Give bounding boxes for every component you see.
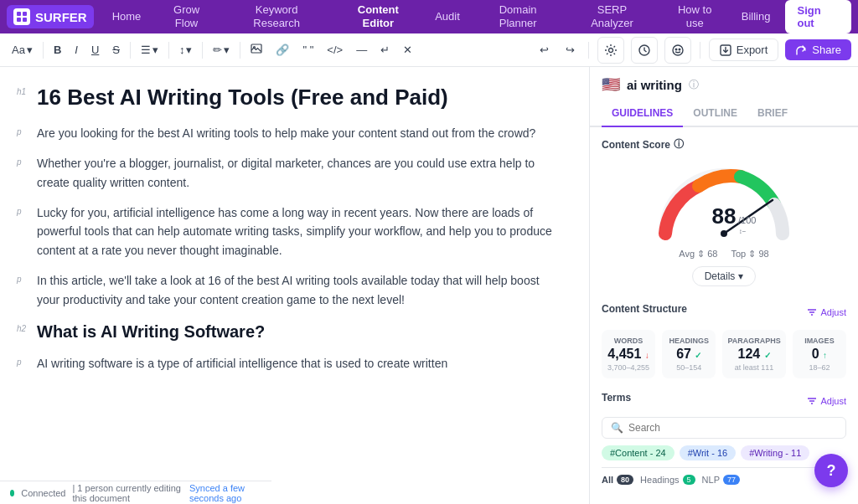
toolbar-divider-5 bbox=[240, 42, 240, 59]
logo[interactable]: SURFER bbox=[7, 5, 94, 28]
score-info-icon[interactable]: ⓘ bbox=[674, 137, 684, 152]
tab-outline[interactable]: OUTLINE bbox=[683, 100, 747, 127]
panel-header: 🇺🇸 ai writing ⓘ bbox=[590, 67, 858, 100]
nav-item-keyword-research[interactable]: Keyword Research bbox=[224, 0, 330, 33]
keyword-title: ai writing bbox=[627, 78, 682, 92]
svg-text:88: 88 bbox=[712, 203, 737, 229]
hr-button[interactable]: — bbox=[351, 40, 372, 59]
underline-button[interactable]: U bbox=[86, 40, 104, 59]
font-size-button[interactable]: Aa ▾ bbox=[7, 40, 38, 59]
svg-text:↕−: ↕− bbox=[739, 228, 747, 235]
filter-nlp[interactable]: NLP 77 bbox=[702, 475, 740, 485]
para5[interactable]: AI writing software is a type of artific… bbox=[37, 354, 447, 373]
stat-words: WORDS 4,451 ↓ 3,700–4,255 bbox=[602, 330, 655, 378]
help-button[interactable]: ? bbox=[814, 454, 848, 487]
svg-point-13 bbox=[721, 230, 727, 237]
spacing-icon: ↕ bbox=[179, 44, 185, 56]
tab-brief[interactable]: BRIEF bbox=[747, 100, 798, 127]
tab-guidelines[interactable]: GUIDELINES bbox=[602, 100, 683, 127]
stats-grid: WORDS 4,451 ↓ 3,700–4,255 HEADINGS 67 ✓ … bbox=[602, 330, 846, 378]
svg-rect-2 bbox=[17, 18, 21, 22]
nav-item-audit[interactable]: Audit bbox=[426, 7, 468, 27]
undo-icon: ↩ bbox=[540, 44, 549, 56]
structure-header: Content Structure Adjust bbox=[602, 303, 846, 321]
p1-label: p bbox=[17, 127, 30, 136]
p2-label: p bbox=[17, 157, 30, 167]
connected-indicator bbox=[10, 490, 14, 496]
structure-adjust-button[interactable]: Adjust bbox=[807, 307, 846, 317]
nav-item-how-to-use[interactable]: How to use bbox=[660, 0, 730, 33]
avg-label: Avg ⇕ 68 bbox=[679, 249, 717, 260]
para4[interactable]: In this article, we'll take a look at 16… bbox=[37, 271, 556, 309]
tag-writ[interactable]: #Writ - 16 bbox=[680, 445, 736, 460]
emoji-button[interactable] bbox=[664, 37, 691, 64]
terms-search-box[interactable]: 🔍 bbox=[602, 417, 846, 439]
image-button[interactable] bbox=[246, 39, 267, 60]
document-h1[interactable]: 16 Best AI Writing Tools (Free and Paid) bbox=[37, 84, 448, 112]
strikethrough-button[interactable]: S bbox=[107, 40, 125, 59]
terms-search-input[interactable] bbox=[628, 422, 837, 434]
logo-text: SURFER bbox=[35, 10, 87, 24]
toolbar-divider-1 bbox=[43, 42, 44, 59]
sign-out-button[interactable]: Sign out bbox=[785, 0, 851, 33]
undo-button[interactable]: ↩ bbox=[535, 40, 554, 59]
settings-button[interactable] bbox=[597, 37, 624, 64]
panel-tabs: GUIDELINES OUTLINE BRIEF bbox=[590, 100, 858, 127]
stat-headings: HEADINGS 67 ✓ 50–154 bbox=[662, 330, 716, 378]
score-meta: Avg ⇕ 68 Top ⇕ 98 bbox=[602, 249, 846, 260]
indent-button[interactable]: ↵ bbox=[375, 40, 395, 59]
toolbar-divider-2 bbox=[130, 42, 131, 59]
italic-button[interactable]: I bbox=[70, 40, 83, 59]
filter-headings[interactable]: Headings 5 bbox=[640, 475, 695, 485]
editing-text: | 1 person currently editing this docume… bbox=[72, 483, 183, 503]
clear-format-button[interactable]: ✕ bbox=[398, 40, 417, 59]
nav-item-domain-planner[interactable]: Domain Planner bbox=[472, 0, 565, 33]
align-chevron: ▾ bbox=[152, 44, 158, 56]
editor-area[interactable]: h1 16 Best AI Writing Tools (Free and Pa… bbox=[0, 67, 590, 504]
terms-title: Terms bbox=[602, 392, 631, 404]
clock-button[interactable] bbox=[631, 37, 658, 64]
code-button[interactable]: </> bbox=[322, 40, 348, 59]
filter-nlp-count: 77 bbox=[723, 475, 740, 485]
spacing-button[interactable]: ↕ ▾ bbox=[174, 40, 198, 59]
filter-all[interactable]: All 80 bbox=[602, 475, 633, 485]
svg-point-8 bbox=[673, 45, 683, 55]
nav-item-grow-flow[interactable]: Grow Flow bbox=[152, 0, 220, 33]
heading1-row: h1 16 Best AI Writing Tools (Free and Pa… bbox=[17, 84, 556, 112]
top-label: Top ⇕ 98 bbox=[731, 249, 769, 260]
para5-row: p AI writing software is a type of artif… bbox=[17, 354, 556, 373]
info-icon[interactable]: ⓘ bbox=[689, 78, 699, 92]
terms-adjust-button[interactable]: Adjust bbox=[807, 396, 846, 406]
redo-button[interactable]: ↪ bbox=[561, 40, 580, 59]
align-button[interactable]: ☰ ▾ bbox=[136, 40, 163, 59]
link-button[interactable]: 🔗 bbox=[271, 40, 294, 59]
p3-label: p bbox=[17, 207, 30, 216]
score-section: Content Score ⓘ bbox=[590, 127, 858, 296]
share-button[interactable]: Share bbox=[785, 39, 851, 60]
heading2-row: h2 What is AI Writing Software? bbox=[17, 321, 556, 342]
svg-text:/100: /100 bbox=[738, 215, 756, 225]
stat-paragraphs: PARAGRAPHS 124 ✓ at least 111 bbox=[722, 330, 785, 378]
nav-item-home[interactable]: Home bbox=[104, 7, 150, 27]
p4-label: p bbox=[17, 275, 30, 284]
tag-content[interactable]: #Content - 24 bbox=[602, 445, 675, 460]
nav-item-billing[interactable]: Billing bbox=[733, 7, 779, 27]
svg-rect-1 bbox=[23, 12, 27, 16]
details-button[interactable]: Details ▾ bbox=[692, 266, 757, 286]
tag-writing[interactable]: #Writing - 11 bbox=[741, 445, 809, 460]
highlight-button[interactable]: ✏ ▾ bbox=[208, 40, 235, 59]
toolbar: Aa ▾ B I U S ☰ ▾ ↕ ▾ ✏ ▾ 🔗 " " </> bbox=[0, 33, 858, 67]
align-icon: ☰ bbox=[141, 44, 151, 56]
nav-item-serp-analyzer[interactable]: SERP Analyzer bbox=[567, 0, 656, 33]
quote-button[interactable]: " " bbox=[297, 40, 318, 59]
export-button[interactable]: Export bbox=[709, 39, 779, 61]
para3[interactable]: Lucky for you, artificial intelligence h… bbox=[37, 203, 556, 260]
bold-button[interactable]: B bbox=[49, 40, 66, 59]
status-bar: Connected | 1 person currently editing t… bbox=[0, 481, 271, 504]
nav-item-content-editor[interactable]: Content Editor bbox=[333, 0, 423, 33]
redo-icon: ↪ bbox=[566, 44, 575, 56]
search-icon: 🔍 bbox=[611, 422, 623, 434]
para1[interactable]: Are you looking for the best AI writing … bbox=[37, 124, 535, 142]
document-h2[interactable]: What is AI Writing Software? bbox=[37, 321, 265, 342]
para2[interactable]: Whether you're a blogger, journalist, or… bbox=[37, 154, 556, 192]
